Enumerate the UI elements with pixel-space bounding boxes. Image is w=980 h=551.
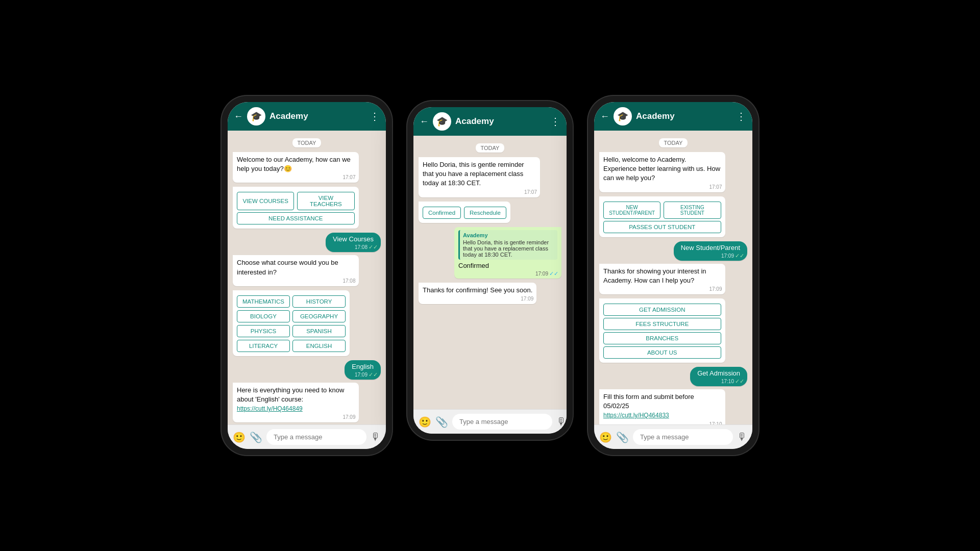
avatar-3: 🎓 <box>614 107 632 126</box>
info-btns: GET ADMISSION FEES STRUCTURE BRANCHES AB… <box>599 298 725 363</box>
phone3-header: ← 🎓 Academy ⋮ <box>594 102 752 131</box>
need-assistance-btn[interactable]: NEED ASSISTANCE <box>237 212 355 224</box>
sent-view-courses: View Courses 17:08 ✓✓ <box>326 233 381 252</box>
fees-structure-btn[interactable]: FEES STRUCTURE <box>603 318 721 330</box>
emoji-icon-2[interactable]: 🙂 <box>419 416 431 428</box>
mic-icon-1[interactable]: 🎙 <box>371 431 381 443</box>
history-btn[interactable]: HISTORY <box>292 295 346 308</box>
phone2-header: ← 🎓 Academy ⋮ <box>413 107 567 136</box>
mic-icon-2[interactable]: 🎙 <box>556 416 567 428</box>
phone2-title: Academy <box>455 116 546 127</box>
date-badge-2: TODAY <box>476 143 505 152</box>
back-icon-3[interactable]: ← <box>600 111 609 122</box>
phone3-footer: 🙂 📎 🎙 <box>594 424 752 449</box>
confirmed-btn[interactable]: Confirmed <box>423 207 461 219</box>
phone1-title: Academy <box>270 111 365 121</box>
phone3-chat: TODAY Hello, welcome to Academy. Experie… <box>594 131 752 424</box>
english-btn[interactable]: ENGLISH <box>292 340 346 352</box>
quoted-confirmed-bubble: Avademy Hello Doria, this is gentle remi… <box>454 227 561 279</box>
phone-2: ← 🎓 Academy ⋮ TODAY Hello Doria, this is… <box>407 101 573 440</box>
geography-btn[interactable]: GEOGRAPHY <box>292 310 346 322</box>
emoji-icon-1[interactable]: 🙂 <box>233 431 246 443</box>
msg-reminder: Hello Doria, this is gentle reminder tha… <box>419 157 540 197</box>
msg-welcome-3: Hello, welcome to Academy. Experience be… <box>599 152 725 192</box>
confirm-reschedule-block: Confirmed Reschedule <box>419 202 510 223</box>
back-icon-1[interactable]: ← <box>234 111 243 122</box>
phone1-chat: TODAY Welcome to our Academy, how can we… <box>228 131 386 424</box>
attach-icon-1[interactable]: 📎 <box>250 431 262 443</box>
phone-1: ← 🎓 Academy ⋮ TODAY Welcome to our Acade… <box>222 96 392 455</box>
spanish-btn[interactable]: SPANISH <box>292 325 346 337</box>
scene: ← 🎓 Academy ⋮ TODAY Welcome to our Acade… <box>201 76 779 475</box>
physics-btn[interactable]: PHYSICS <box>237 325 290 337</box>
btn-block-1: VIEW COURSES VIEW TEACHERS NEED ASSISTAN… <box>233 187 359 229</box>
math-btn[interactable]: MATHEMATICS <box>237 295 290 308</box>
date-badge-3: TODAY <box>659 138 688 147</box>
view-courses-btn[interactable]: VIEW COURSES <box>237 192 294 210</box>
avatar-2: 🎓 <box>433 112 451 131</box>
sent-new-student: New Student/Parent 17:09 ✓✓ <box>674 241 747 261</box>
literacy-btn[interactable]: LITERACY <box>237 340 290 352</box>
about-us-btn[interactable]: ABOUT US <box>603 346 721 359</box>
view-teachers-btn[interactable]: VIEW TEACHERS <box>297 192 354 210</box>
new-student-btn[interactable]: NEW STUDENT/PARENT <box>603 202 660 219</box>
message-input-2[interactable] <box>452 414 552 430</box>
msg-choose-course: Choose what course would you be interest… <box>233 255 359 286</box>
back-icon-2[interactable]: ← <box>420 116 429 127</box>
reschedule-btn[interactable]: Reschedule <box>464 207 506 219</box>
phone2-chat: TODAY Hello Doria, this is gentle remind… <box>413 136 567 409</box>
msg-thanks-3: Thanks for showing your interest in Acad… <box>599 264 725 294</box>
message-input-3[interactable] <box>633 429 733 445</box>
mic-icon-3[interactable]: 🎙 <box>737 431 747 443</box>
phone3-title: Academy <box>636 111 732 121</box>
menu-icon-1[interactable]: ⋮ <box>370 110 380 122</box>
msg-link: Here is everything you need to know abou… <box>233 383 359 423</box>
sent-get-admission: Get Admission 17:10 ✓✓ <box>690 367 747 386</box>
attach-icon-2[interactable]: 📎 <box>435 416 448 428</box>
biology-btn[interactable]: BIOLOGY <box>237 310 290 322</box>
menu-icon-2[interactable]: ⋮ <box>550 115 560 128</box>
message-input-1[interactable] <box>266 429 366 445</box>
sent-english: English 17:09 ✓✓ <box>345 360 381 380</box>
branches-btn[interactable]: BRANCHES <box>603 332 721 344</box>
existing-student-btn[interactable]: EXISTING STUDENT <box>664 202 721 219</box>
phone-3: ← 🎓 Academy ⋮ TODAY Hello, welcome to Ac… <box>588 96 758 455</box>
student-btns: NEW STUDENT/PARENT EXISTING STUDENT PASS… <box>599 196 725 237</box>
form-link[interactable]: https://cutt.ly/HQ464833 <box>603 412 669 419</box>
passes-out-btn[interactable]: PASSES OUT STUDENT <box>603 221 721 233</box>
attach-icon-3[interactable]: 📎 <box>616 431 629 443</box>
quoted-content: Avademy Hello Doria, this is gentle remi… <box>458 230 557 260</box>
date-badge-1: TODAY <box>292 138 322 147</box>
phone2-footer: 🙂 📎 🎙 <box>413 409 567 434</box>
phone1-header: ← 🎓 Academy ⋮ <box>228 102 386 131</box>
emoji-icon-3[interactable]: 🙂 <box>599 431 612 443</box>
msg-form: Fill this form and submit before 05/02/2… <box>599 389 725 424</box>
menu-icon-3[interactable]: ⋮ <box>736 110 746 122</box>
phone1-footer: 🙂 📎 🎙 <box>228 424 386 449</box>
avatar-1: 🎓 <box>247 107 265 126</box>
msg-welcome: Welcome to our Academy, how can we help … <box>233 152 359 183</box>
get-admission-btn[interactable]: GET ADMISSION <box>603 304 721 316</box>
msg-thanks: Thanks for confirming! See you soon. 17:… <box>419 283 536 304</box>
course-grid: MATHEMATICS HISTORY BIOLOGY GEOGRAPHY PH… <box>233 290 350 356</box>
english-link[interactable]: https://cutt.ly/HQ464849 <box>237 405 303 412</box>
